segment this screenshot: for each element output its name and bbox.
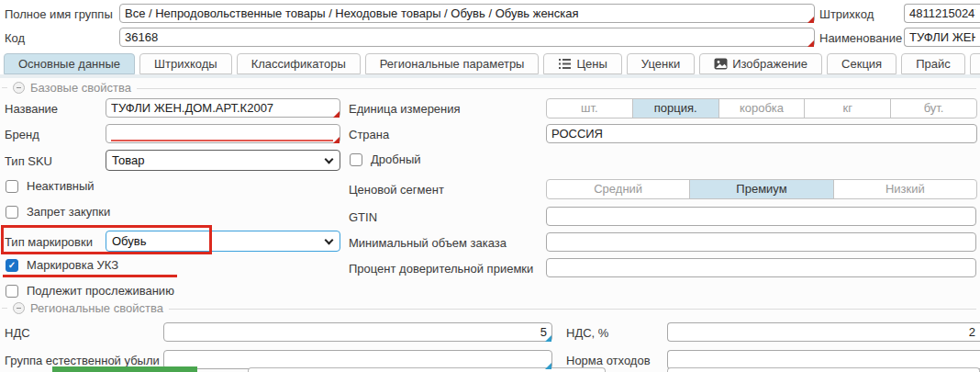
tab-image[interactable]: Изображение [699, 53, 822, 74]
unit-label: Единица измерения [349, 99, 461, 118]
traceability-label: Подлежит прослеживанию [27, 284, 174, 298]
full-group-name-label: Полное имя группы [5, 5, 113, 24]
sku-type-select[interactable]: Товар [106, 150, 340, 171]
code-label: Код [5, 28, 25, 48]
tab-bar: Основные данные Штрихкоды Классификаторы… [4, 53, 980, 74]
price-segment-label: Ценовой сегмент [349, 180, 444, 199]
modified-corner-marker [333, 111, 340, 118]
purchase-ban-label: Запрет закупки [27, 205, 110, 219]
collapse-icon[interactable] [13, 302, 25, 314]
tab-price-sheet[interactable]: Прайс [901, 53, 965, 74]
modified-corner-marker [807, 40, 814, 47]
traceability-checkbox-row[interactable]: Подлежит прослеживанию [6, 284, 174, 298]
vat-percent-input[interactable] [667, 322, 980, 342]
traceability-checkbox[interactable] [6, 285, 18, 298]
trust-acceptance-label: Процент доверительной приемки [349, 259, 533, 278]
image-icon [714, 58, 728, 70]
barcode-input[interactable] [904, 4, 980, 23]
tab-markdowns[interactable]: Уценки [627, 53, 695, 74]
price-segment-segmented-control: Средний Премиум Низкий [546, 179, 977, 199]
ukz-marking-checkbox[interactable] [6, 259, 18, 272]
inactive-checkbox-row[interactable]: Неактивный [6, 179, 95, 193]
gtin-input[interactable] [546, 207, 976, 226]
fractional-label: Дробный [371, 152, 421, 166]
tab-classifiers[interactable]: Классификаторы [237, 53, 361, 74]
partial-input [667, 367, 980, 372]
country-label: Страна [349, 125, 389, 144]
unit-option-portion[interactable]: порция. [633, 99, 719, 118]
fractional-checkbox-row[interactable]: Дробный [350, 152, 421, 166]
min-order-label: Минимальный объем заказа [349, 233, 507, 253]
tab-section[interactable]: Секция [827, 53, 896, 74]
collapse-icon[interactable] [13, 82, 25, 94]
inactive-label: Неактивный [27, 179, 95, 193]
unit-option-box[interactable]: коробка [719, 99, 806, 118]
price-segment-option-low[interactable]: Низкий [834, 180, 976, 198]
product-name-label: Название [5, 99, 58, 118]
product-name-input[interactable] [106, 98, 340, 118]
green-progress-bar [52, 366, 197, 372]
vat-percent-label: НДС, % [566, 323, 608, 343]
unit-segmented-control: шт. порция. коробка кг бут. [546, 98, 977, 118]
required-field-underline [111, 140, 333, 141]
tab-prices[interactable]: Цены [543, 53, 621, 74]
ukz-marking-label: Маркировка УКЗ [27, 258, 118, 272]
modified-corner-marker [333, 137, 340, 143]
product-card-window: Полное имя группы Штрихкод Код Наименова… [0, 0, 980, 372]
code-input[interactable] [119, 28, 815, 47]
vat-input[interactable] [163, 322, 552, 342]
section-title: Региональные свойства [30, 301, 163, 315]
ukz-marking-checkbox-row[interactable]: Маркировка УКЗ [6, 258, 118, 272]
tab-price-tags[interactable]: Ценники [970, 53, 980, 74]
vat-label: НДС [5, 323, 30, 343]
price-list-icon [558, 58, 572, 70]
price-segment-option-premium[interactable]: Премиум [690, 180, 833, 198]
unit-option-bottle[interactable]: бут. [891, 99, 976, 118]
country-input[interactable] [546, 124, 977, 143]
inactive-checkbox[interactable] [6, 180, 18, 193]
min-order-input[interactable] [546, 232, 976, 252]
purchase-ban-checkbox[interactable] [6, 206, 18, 219]
saved-corner-marker [545, 363, 551, 369]
natural-loss-group-input[interactable] [163, 350, 552, 369]
section-title: Базовые свойства [30, 81, 131, 95]
partial-input [248, 367, 606, 372]
tab-regional-params[interactable]: Региональные параметры [365, 53, 540, 74]
tab-barcodes[interactable]: Штрихкоды [139, 53, 232, 74]
brand-label: Бренд [5, 125, 39, 144]
sku-type-label: Тип SKU [5, 152, 52, 171]
chevron-down-icon [325, 155, 334, 164]
saved-corner-marker [545, 335, 551, 342]
marking-type-select[interactable]: Обувь [106, 231, 340, 252]
name-label: Наименование [819, 28, 902, 48]
waste-rate-input[interactable] [667, 350, 980, 369]
name-input[interactable] [904, 28, 980, 47]
marking-type-label: Тип маркировки [5, 232, 93, 252]
tab-main-data[interactable]: Основные данные [4, 53, 135, 74]
unit-option-pcs[interactable]: шт. [547, 99, 633, 118]
purchase-ban-checkbox-row[interactable]: Запрет закупки [6, 205, 110, 219]
trust-acceptance-input[interactable] [546, 258, 976, 277]
gtin-label: GTIN [349, 208, 377, 227]
basic-section-header: Базовые свойства [2, 81, 976, 95]
modified-corner-marker [807, 17, 814, 23]
regional-section-header: Региональные свойства [2, 301, 976, 315]
fractional-checkbox[interactable] [350, 153, 362, 166]
price-segment-option-middle[interactable]: Средний [547, 180, 690, 198]
unit-option-kg[interactable]: кг [805, 99, 891, 118]
barcode-label: Штрихкод [819, 5, 874, 24]
full-group-name-input[interactable] [119, 4, 815, 23]
chevron-down-icon [325, 236, 334, 245]
